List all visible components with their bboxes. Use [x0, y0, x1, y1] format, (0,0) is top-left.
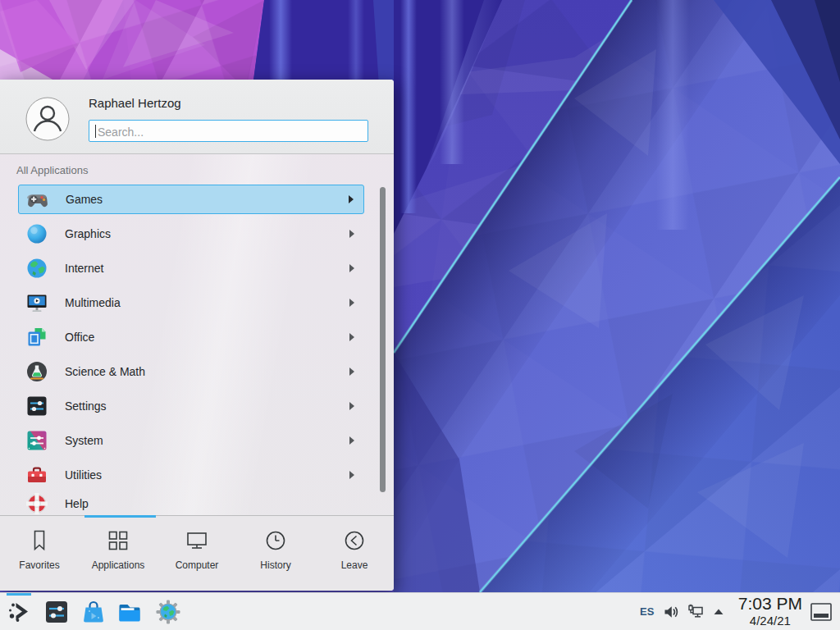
- submenu-arrow-icon: [349, 368, 354, 376]
- submenu-arrow-icon: [349, 471, 354, 479]
- section-label: All Applications: [16, 164, 88, 176]
- expand-arrow-icon[interactable]: [710, 604, 727, 620]
- leave-icon: [342, 528, 367, 553]
- submenu-arrow-icon: [349, 436, 354, 445]
- category-label: Science & Math: [65, 365, 145, 378]
- category-label: Internet: [65, 262, 103, 275]
- file-manager-icon[interactable]: [117, 600, 142, 624]
- category-graphics[interactable]: Graphics: [18, 219, 364, 249]
- category-list: Games Graphics Internet: [18, 185, 364, 523]
- grid-icon: [106, 528, 130, 553]
- tab-applications[interactable]: Applications: [79, 516, 158, 591]
- submenu-arrow-icon: [349, 299, 354, 307]
- category-label: Games: [66, 193, 103, 206]
- sliders-color-icon: [26, 430, 48, 451]
- active-tab-indicator: [84, 515, 156, 518]
- category-multimedia[interactable]: Multimedia: [18, 288, 364, 317]
- category-internet[interactable]: Internet: [18, 253, 364, 283]
- virtual-desktop-pager-icon[interactable]: [810, 603, 832, 621]
- category-label: Help: [65, 497, 89, 510]
- category-science-math[interactable]: Science & Math: [18, 357, 364, 386]
- lifebuoy-icon: [26, 493, 48, 514]
- category-office[interactable]: Office: [18, 322, 364, 352]
- launcher-tabbar: Favorites Applications Computer: [0, 515, 394, 591]
- tab-favorites[interactable]: Favorites: [0, 516, 79, 591]
- category-utilities[interactable]: Utilities: [18, 460, 364, 490]
- globe-icon: [26, 258, 48, 279]
- tab-label: Leave: [341, 559, 368, 571]
- kde-launcher-icon[interactable]: [7, 600, 31, 624]
- bookmark-icon: [27, 528, 52, 553]
- volume-icon[interactable]: [663, 604, 679, 620]
- digital-clock[interactable]: 7:03 PM 4/24/21: [738, 594, 802, 628]
- monitor-play-icon: [26, 292, 48, 313]
- taskbar: ES 7:03 PM 4/24/21: [0, 592, 840, 630]
- search-box[interactable]: [89, 120, 368, 142]
- graphics-ball-icon: [26, 223, 48, 244]
- discover-icon[interactable]: [81, 600, 106, 624]
- tab-label: Applications: [92, 559, 145, 571]
- system-settings-icon[interactable]: [44, 600, 69, 624]
- tab-leave[interactable]: Leave: [315, 516, 394, 591]
- category-label: Graphics: [65, 227, 111, 240]
- system-info-icon[interactable]: [156, 600, 180, 624]
- launcher-header: Raphael Hertzog: [0, 80, 394, 154]
- category-label: Settings: [65, 399, 107, 413]
- clock-date: 4/24/21: [738, 614, 802, 628]
- tab-label: Computer: [176, 559, 219, 571]
- category-label: Multimedia: [65, 296, 121, 309]
- active-task-indicator: [7, 593, 31, 596]
- clock-time: 7:03 PM: [738, 594, 802, 614]
- documents-icon: [26, 326, 48, 348]
- toolbox-icon: [26, 464, 48, 486]
- category-label: Office: [65, 331, 94, 344]
- tab-history[interactable]: History: [236, 516, 315, 591]
- search-input[interactable]: [96, 122, 362, 141]
- submenu-arrow-icon: [349, 333, 354, 341]
- category-label: Utilities: [65, 468, 102, 482]
- category-label: System: [65, 434, 103, 447]
- tab-computer[interactable]: Computer: [158, 516, 236, 591]
- scrollbar[interactable]: [380, 187, 386, 492]
- user-name: Raphael Hertzog: [89, 96, 181, 110]
- submenu-arrow-icon: [348, 195, 354, 203]
- user-avatar[interactable]: [25, 97, 70, 141]
- clock-icon: [263, 528, 288, 553]
- submenu-arrow-icon: [349, 264, 354, 272]
- keyboard-layout-indicator[interactable]: ES: [640, 605, 654, 618]
- sliders-dark-icon: [26, 395, 48, 417]
- submenu-arrow-icon: [349, 402, 354, 410]
- network-icon[interactable]: [687, 604, 704, 620]
- gamepad-icon: [27, 189, 48, 210]
- category-games[interactable]: Games: [18, 185, 364, 214]
- category-settings[interactable]: Settings: [18, 391, 364, 421]
- submenu-arrow-icon: [349, 230, 354, 238]
- tab-label: Favorites: [19, 559, 59, 571]
- flask-icon: [26, 361, 48, 382]
- computer-icon: [185, 528, 209, 553]
- category-help[interactable]: Help: [18, 489, 364, 518]
- tab-label: History: [260, 559, 290, 571]
- application-launcher-menu: Raphael Hertzog All Applications Games: [0, 80, 394, 591]
- category-system[interactable]: System: [18, 426, 364, 455]
